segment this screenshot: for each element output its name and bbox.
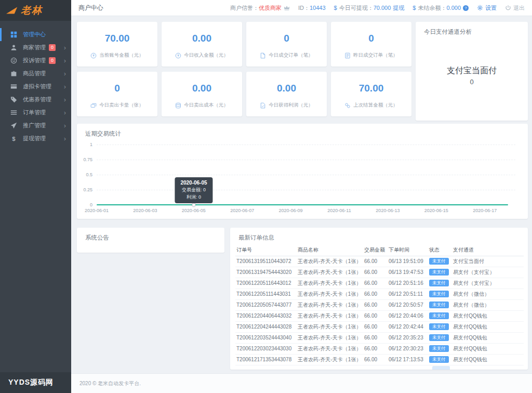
order-no-cell: T200612205111443031 [235,289,297,299]
settle-icon [344,102,351,109]
stat-value: 0.00 [162,33,242,44]
sidebar-item-coupons[interactable]: 优惠券管理› [0,93,71,106]
product-cell: 王者农药-齐天-天卡（1张） [297,267,363,278]
status-badge: 未支付 [429,356,449,363]
channel-cell: 易支付（支付宝） [452,278,524,289]
withdraw-link[interactable]: 提现 [393,4,404,12]
x-tick-label: 2020-06-07 [230,208,254,213]
sidebar-item-label: 优惠券管理 [23,96,51,103]
briefcase-icon [10,70,17,77]
status-badge: 未支付 [429,302,449,308]
time-cell: 06/13 19:47:53 [388,267,428,278]
channel-summary: 支付宝当面付 0 [416,66,528,86]
order-no-cell: T200613195110443072 [235,256,297,267]
product-cell: 王者农药-齐天-天卡（1张） [297,278,363,289]
time-cell: 06/12 20:51:16 [388,278,428,289]
chevron-right-icon: › [64,135,66,142]
x-tick-label: 2020-06-15 [424,208,448,213]
sidebar-item-label: 商品管理 [23,70,46,77]
topbar: 商户中心 商户信誉： 优质商家 ID： 10443 $ 今日可提现： 70.00… [71,0,532,16]
status-badge: 未支付 [429,258,449,265]
sidebar-item-label: 虚拟卡管理 [23,83,51,90]
x-tick-label: 2020-06-17 [473,208,497,213]
amount-cell: 66.00 [363,267,388,278]
status-cell: 未支付 [428,310,452,321]
stat-label-row: 上次结算金额（元） [331,102,411,109]
stat-label: 今日卖出卡量（张） [99,102,144,109]
channel-cell: 易支付QQ钱包 [452,332,524,343]
time-cell: 06/12 20:44:06 [388,310,428,321]
latest-orders-panel: 最新订单信息 订单号商品名称交易金额下单时间状态支付通道 T2006131951… [230,228,528,370]
sidebar-menu: 管理中心商家管理0›投诉管理0›商品管理›虚拟卡管理›优惠券管理›订单管理›推广… [0,21,71,145]
chevron-right-icon: › [64,57,66,64]
copyright-text: 2020 © 老米自动发卡平台. [79,380,141,387]
sidebar-item-dashboard[interactable]: 管理中心 [0,28,71,41]
product-cell: 王者农药-齐天-天卡（1张） [297,354,363,365]
logout-button[interactable]: 退出 [513,4,525,12]
tooltip-line: 利润: 0 [180,194,207,201]
sidebar-item-products[interactable]: 商品管理› [0,67,71,80]
stat-label-row: 昨日成交订单（笔） [331,52,411,59]
stat-label: 上次结算金额（元） [353,102,398,109]
stat-label-row: 今日获得利润（元） [246,102,327,109]
column-header: 状态 [428,244,452,256]
stat-label: 昨日成交订单（笔） [353,52,398,59]
page-title: 商户中心 [78,4,103,12]
sidebar-item-label: 商家管理 [23,44,46,51]
info-icon[interactable]: ? [463,5,469,11]
stat-label: 当前账号金额（元） [99,52,144,59]
list-icon [10,109,17,116]
svg-text:¥: ¥ [92,54,95,57]
product-cell: 王者农药-齐天-天卡（1张） [297,343,363,354]
sidebar-item-merchants[interactable]: 商家管理0› [0,41,71,54]
channel-cell: 易支付QQ钱包 [452,321,524,332]
chevron-right-icon: › [64,44,66,51]
chart-plot-area[interactable] [97,140,508,206]
status-badge: 未支付 [429,280,449,286]
sidebar-bottom-brand: YYDS源码网 [0,372,71,393]
order-row: T200612205116443012王者农药-齐天-天卡（1张）66.0006… [235,278,524,289]
channel-cell: 易支付（微信） [452,289,524,299]
sidebar-item-orders[interactable]: 订单管理› [0,106,71,119]
stat-cards: 70.00¥当前账号金额（元）0.00¥今日收入金额（元）0今日成交订单（笔）0… [77,22,414,116]
stat-value: 0 [246,33,327,44]
stat-card: 0今日卖出卡量（张） [77,72,157,116]
sidebar-item-withdrawals[interactable]: $提现管理› [0,132,71,145]
amount-cell: 66.00 [363,278,388,289]
x-tick-label: 2020-06-09 [279,208,303,213]
brand-logo[interactable]: 老林 [0,0,71,21]
amount-cell: 66.00 [363,256,388,267]
amount-cell: 66.00 [363,332,388,343]
status-cell: 未支付 [428,321,452,332]
panel-title: 系统公告 [85,234,109,242]
stat-card: 0.00今日卖出成本（元） [162,72,242,116]
order-row: T200613194754443020王者农药-齐天-天卡（1张）66.0006… [235,267,524,278]
orders-table-header: 订单号商品名称交易金额下单时间状态支付通道 [235,244,524,256]
stat-card: 0.00今日获得利润（元） [246,72,327,116]
status-cell: 未支付 [428,278,452,289]
content: 70.00¥当前账号金额（元）0.00¥今日收入金额（元）0今日成交订单（笔）0… [71,16,532,373]
chevron-right-icon: › [64,70,66,77]
channel-cell: 易支付QQ钱包 [452,354,524,365]
status-badge: 未支付 [429,291,449,297]
chart-marker-dot [192,203,196,207]
tooltip-line: 交易金额: 0 [180,187,207,194]
chart-series-line [97,204,508,205]
column-header: 支付通道 [452,244,524,256]
tooltip-date: 2020-06-05 [180,180,207,186]
sidebar-item-virtual-cards[interactable]: 虚拟卡管理› [0,80,71,93]
y-tick-label: 0.5 [79,172,92,177]
settings-button[interactable]: 设置 [485,4,497,12]
time-cell: 06/12 20:35:23 [388,332,428,343]
stat-label-row: 今日卖出卡量（张） [77,102,157,109]
channel-cell: 易支付（支付宝） [452,267,524,278]
currency-icon: $ [413,5,416,11]
orders-table: 订单号商品名称交易金额下单时间状态支付通道 T20061319511044307… [235,244,524,365]
status-cell: 未支付 [428,343,452,354]
channel-cell: 易支付（微信） [452,299,524,310]
sidebar-item-complaints[interactable]: 投诉管理0› [0,54,71,67]
sidebar-item-promotion[interactable]: 推广管理› [0,119,71,132]
chevron-right-icon: › [64,109,66,116]
status-cell: 未支付 [428,299,452,310]
order-no-cell: T200612204244443028 [235,321,297,332]
